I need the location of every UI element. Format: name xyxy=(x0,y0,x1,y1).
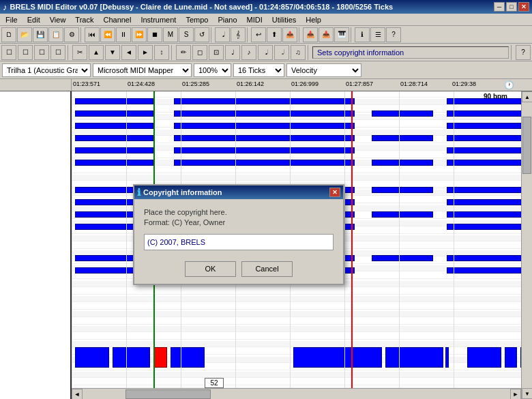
note-bottom-red[interactable] xyxy=(153,347,167,368)
note-row6-3[interactable] xyxy=(372,160,433,166)
note-bottom-7[interactable] xyxy=(467,347,501,368)
import1-button[interactable]: 📥 xyxy=(303,27,318,42)
menu-tempo[interactable]: Tempo xyxy=(181,15,212,25)
import2-button[interactable]: 📥 xyxy=(319,27,334,42)
note-bottom-2[interactable] xyxy=(113,347,150,368)
note-row5-3[interactable] xyxy=(447,147,521,153)
rewind-button[interactable]: ⏮ xyxy=(85,27,100,42)
velocity-select[interactable]: Velocity xyxy=(286,63,361,77)
record-button[interactable]: S xyxy=(179,27,194,42)
stretch-button[interactable]: ⊡ xyxy=(209,45,224,60)
note-row4-3[interactable] xyxy=(372,135,433,141)
menu-edit[interactable]: Edit xyxy=(23,15,44,25)
note-bottom-1[interactable] xyxy=(75,347,109,368)
question-button[interactable]: ? xyxy=(516,45,531,60)
menu-track[interactable]: Track xyxy=(71,15,98,25)
h-scroll-track[interactable] xyxy=(83,389,510,400)
metronome-button[interactable]: 𝅘𝅥 xyxy=(215,27,230,42)
note-row2-3[interactable] xyxy=(372,110,433,117)
erase-button[interactable]: ◻ xyxy=(192,45,207,60)
info-button[interactable]: ℹ xyxy=(355,27,370,42)
note-row3-1[interactable] xyxy=(75,123,153,129)
note5-button[interactable]: ♫ xyxy=(291,45,306,60)
note-row11-3[interactable] xyxy=(372,255,433,261)
note-row9-3[interactable] xyxy=(372,211,433,218)
note-row6-1[interactable] xyxy=(75,160,153,166)
scroll-left-button[interactable]: ◄ xyxy=(72,389,83,400)
open-button[interactable]: 📂 xyxy=(17,27,32,42)
track-select[interactable]: Trilha 1 (Acoustic Grar xyxy=(2,63,91,77)
scroll-down-button[interactable]: ▼ xyxy=(522,388,532,399)
note-row6-2[interactable] xyxy=(174,160,355,166)
stop-button[interactable]: ⏹ xyxy=(147,27,162,42)
loop-button[interactable]: ↺ xyxy=(194,27,209,42)
undo-button[interactable]: ↩ xyxy=(251,27,266,42)
note-row4-1[interactable] xyxy=(75,135,153,141)
menu-utilities[interactable]: Utilities xyxy=(268,15,300,25)
piano-button[interactable]: 🎹 xyxy=(334,27,349,42)
menu-view[interactable]: View xyxy=(46,15,70,25)
note-row1-2[interactable] xyxy=(174,98,355,104)
save-button[interactable]: 💾 xyxy=(33,27,48,42)
note-row5-1[interactable] xyxy=(75,147,153,153)
scroll-up-button[interactable]: ▲ xyxy=(522,91,532,102)
note-bottom-3[interactable] xyxy=(171,347,205,368)
note-row3-2[interactable] xyxy=(174,123,355,129)
h-scroll-thumb[interactable] xyxy=(125,389,211,399)
note-row4-4[interactable] xyxy=(447,135,521,141)
up-arrow-button[interactable]: ▲ xyxy=(89,45,104,60)
menu-file[interactable]: File xyxy=(1,15,22,25)
note-bottom-4[interactable] xyxy=(293,347,382,368)
menu-channel[interactable]: Channel xyxy=(99,15,135,25)
play-button[interactable]: M xyxy=(163,27,178,42)
dialog-close-button[interactable]: ✕ xyxy=(329,188,340,197)
note-row4-2[interactable] xyxy=(174,135,355,141)
copyright-input[interactable] xyxy=(144,234,334,250)
right-arrow-button[interactable]: ► xyxy=(138,45,153,60)
export2-button[interactable]: 📤 xyxy=(282,27,297,42)
export1-button[interactable]: ⬆ xyxy=(267,27,282,42)
note-row3-3[interactable] xyxy=(447,123,521,129)
back-button[interactable]: ⏪ xyxy=(100,27,115,42)
note3-button[interactable]: 𝅘𝅥 xyxy=(258,45,273,60)
note-row2-4[interactable] xyxy=(447,110,521,117)
maximize-button[interactable]: □ xyxy=(506,2,517,12)
note-bottom-6[interactable] xyxy=(445,347,449,368)
zoom-select[interactable]: 100% xyxy=(194,63,231,77)
note2-button[interactable]: ♪ xyxy=(241,45,256,60)
note-bottom-8[interactable] xyxy=(505,347,517,368)
close-button[interactable]: ✕ xyxy=(518,2,529,12)
note-row2-1[interactable] xyxy=(75,110,153,117)
minimize-button[interactable]: ─ xyxy=(494,2,505,12)
note-row8-3[interactable] xyxy=(447,199,521,205)
pause-button[interactable]: ⏸ xyxy=(116,27,131,42)
ticks-select[interactable]: 16 Ticks xyxy=(233,63,284,77)
note-row7-3[interactable] xyxy=(372,187,433,193)
cut-button[interactable]: ✂ xyxy=(72,45,87,60)
left-arrow-button[interactable]: ◄ xyxy=(121,45,136,60)
forward-button[interactable]: ⏩ xyxy=(132,27,147,42)
midi-mapper-select[interactable]: Microsoft MIDI Mapper xyxy=(93,63,192,77)
menu-midi[interactable]: MIDI xyxy=(243,15,267,25)
notes-button[interactable]: 𝄞 xyxy=(231,27,246,42)
menu-piano[interactable]: Piano xyxy=(213,15,241,25)
select-button[interactable]: ☐ xyxy=(1,45,16,60)
select4-button[interactable]: ☐ xyxy=(50,45,65,60)
note-row12-3[interactable] xyxy=(447,267,521,274)
save-as-button[interactable]: 📋 xyxy=(48,27,63,42)
scroll-right-button[interactable]: ► xyxy=(510,389,521,400)
menu-instrument[interactable]: Instrument xyxy=(136,15,180,25)
down-arrow-button[interactable]: ▼ xyxy=(105,45,120,60)
menu-help[interactable]: Help xyxy=(301,15,325,25)
note-bottom-5[interactable] xyxy=(385,347,443,368)
cancel-button[interactable]: Cancel xyxy=(241,261,293,277)
note-row5-2[interactable] xyxy=(174,147,355,153)
v-scroll-track[interactable] xyxy=(522,102,532,388)
select2-button[interactable]: ☐ xyxy=(18,45,33,60)
note-row9-4[interactable] xyxy=(447,211,521,218)
v-scroll-thumb[interactable] xyxy=(522,117,531,174)
note1-button[interactable]: ♩ xyxy=(225,45,240,60)
note4-button[interactable]: 𝅗𝅥 xyxy=(274,45,289,60)
note-row1-1[interactable] xyxy=(75,98,153,104)
move-button[interactable]: ↕ xyxy=(154,45,169,60)
